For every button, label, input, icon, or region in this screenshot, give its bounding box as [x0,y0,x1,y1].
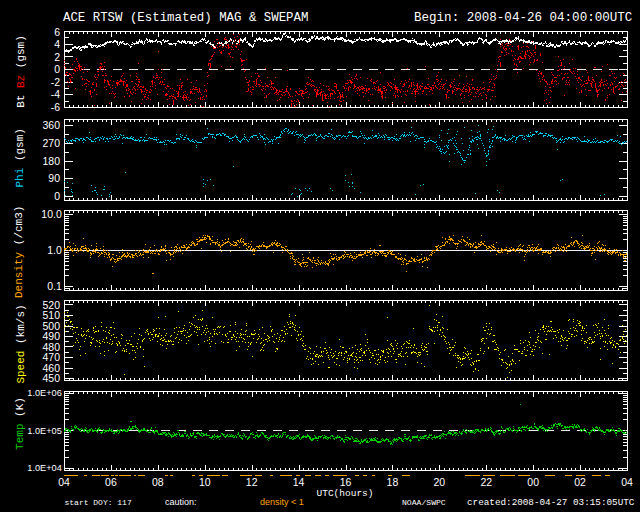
svg-text:2: 2 [54,51,60,63]
svg-text:Begin: 2008-04-26 04:00:00UTC: Begin: 2008-04-26 04:00:00UTC [414,11,632,25]
svg-text:start DOY: 117: start DOY: 117 [65,498,132,507]
svg-text:Temp (K): Temp (K) [14,397,26,450]
svg-text:12: 12 [246,476,258,488]
svg-text:22: 22 [480,476,492,488]
svg-text:1.0E+06: 1.0E+06 [27,388,62,398]
svg-text:10.0: 10.0 [41,208,62,220]
svg-text:1.0: 1.0 [47,244,62,256]
svg-text:Speed (km/s): Speed (km/s) [15,304,27,383]
svg-text:-4: -4 [51,88,60,100]
svg-text:caution:: caution: [165,497,197,507]
svg-text:10: 10 [199,476,211,488]
svg-text:360: 360 [42,119,60,131]
svg-text:Density (/cm3): Density (/cm3) [13,206,25,298]
svg-text:14: 14 [293,476,305,488]
svg-text:20: 20 [433,476,445,488]
svg-text:6: 6 [54,26,60,38]
svg-text:270: 270 [42,137,60,149]
svg-text:18: 18 [387,476,399,488]
svg-text:Bt Bz (gsm): Bt Bz (gsm) [15,35,27,108]
svg-text:UTC(hours): UTC(hours) [316,488,373,499]
svg-text:0.1: 0.1 [47,280,62,292]
svg-text:1.0E+04: 1.0E+04 [27,463,62,473]
svg-text:00: 00 [527,476,539,488]
svg-text:NOAA/SWPC: NOAA/SWPC [402,498,446,507]
svg-text:ACE RTSW (Estimated) MAG & SWE: ACE RTSW (Estimated) MAG & SWEPAM [63,11,308,25]
svg-text:470: 470 [42,351,60,363]
svg-text:04: 04 [621,476,633,488]
svg-text:08: 08 [152,476,164,488]
svg-text:-2: -2 [51,76,60,88]
svg-text:450: 450 [42,372,60,384]
svg-text:1.0E+05: 1.0E+05 [27,426,62,436]
svg-text:4: 4 [54,38,60,50]
svg-text:520: 520 [42,299,60,311]
svg-text:06: 06 [105,476,117,488]
svg-text:02: 02 [574,476,586,488]
svg-text:480: 480 [42,341,60,353]
svg-text:0: 0 [54,63,60,75]
svg-text:created:2008-04-27 03:15:05UTC: created:2008-04-27 03:15:05UTC [467,497,635,508]
svg-text:04: 04 [58,476,70,488]
svg-text:510: 510 [42,309,60,321]
svg-text:Phi (gsm): Phi (gsm) [14,128,26,187]
svg-text:490: 490 [42,330,60,342]
svg-text:-6: -6 [51,101,60,113]
svg-text:460: 460 [42,362,60,374]
svg-text:500: 500 [42,320,60,332]
svg-text:180: 180 [42,155,60,167]
svg-text:density < 1: density < 1 [260,497,304,507]
svg-text:90: 90 [48,172,60,184]
svg-text:16: 16 [340,476,352,488]
svg-text:0: 0 [54,190,60,202]
